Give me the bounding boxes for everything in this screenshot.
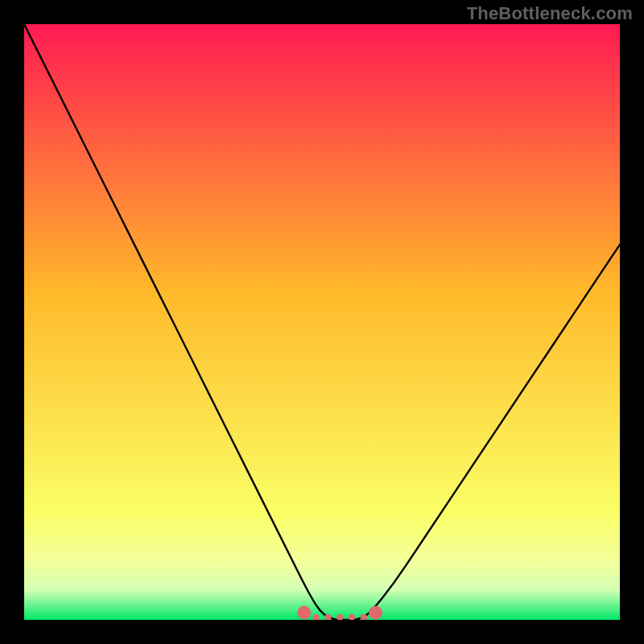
gradient-background — [24, 24, 620, 620]
watermark-text: TheBottleneck.com — [467, 3, 633, 24]
optimal-edge-marker — [369, 606, 382, 619]
chart-plot-area — [24, 24, 620, 620]
optimal-edge-marker — [298, 606, 311, 619]
chart-svg — [24, 24, 620, 620]
chart-frame: TheBottleneck.com — [0, 0, 644, 644]
